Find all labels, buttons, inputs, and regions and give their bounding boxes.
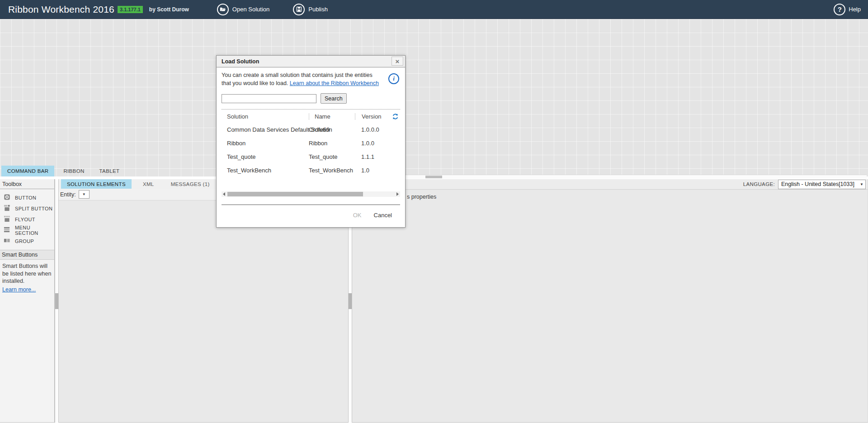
ok-button[interactable]: OK <box>353 212 362 219</box>
dialog-body: You can create a small solution that con… <box>217 67 405 225</box>
learn-about-ribbon-workbench-link[interactable]: Learn about the Ribbon Workbench <box>290 80 379 86</box>
publish-label: Publish <box>308 6 328 13</box>
canvas-horizontal-scrollbar-thumb[interactable] <box>425 176 442 178</box>
dotted-divider <box>222 109 400 110</box>
table-row[interactable]: Ribbon Ribbon 1.0.0 <box>222 136 400 150</box>
language-label: LANGUAGE: <box>743 181 775 187</box>
dialog-intro: You can create a small solution that con… <box>222 71 383 87</box>
search-button[interactable]: Search <box>321 93 347 104</box>
search-input[interactable] <box>222 94 316 103</box>
left-vertical-scrollbar-thumb[interactable] <box>55 293 58 309</box>
table-row[interactable]: Test_quote Test_quote 1.1.1 <box>222 150 400 163</box>
flyout-icon <box>4 215 10 224</box>
group-icon <box>4 237 10 246</box>
tab-ribbon[interactable]: RIBBON <box>57 166 90 176</box>
toolbox-panel: Toolbox BUTTON SPLIT BUTTON FLYOUT MENU … <box>0 179 55 423</box>
language-value: English - United States[1033] <box>781 181 854 187</box>
toolbox-item-group[interactable]: GROUP <box>0 236 54 247</box>
dialog-horizontal-scrollbar[interactable] <box>222 191 400 197</box>
scroll-right-arrow-icon[interactable] <box>396 192 399 196</box>
app-title: Ribbon Workbench 2016 <box>8 4 114 15</box>
smart-buttons-header: Smart Buttons <box>0 250 54 260</box>
search-row: Search <box>222 93 400 104</box>
language-select[interactable]: English - United States[1033] ▼ <box>778 180 866 189</box>
app-root: Ribbon Workbench 2016 3.1.177.1 by Scott… <box>0 0 868 424</box>
learn-more-link[interactable]: Learn more... <box>2 286 36 293</box>
view-tab-strip: COMMAND BAR RIBBON TABLET <box>1 166 125 176</box>
tab-tablet[interactable]: TABLET <box>94 166 126 176</box>
canvas-horizontal-scrollbar[interactable] <box>352 175 867 179</box>
entity-dropdown[interactable]: ▼ <box>79 190 90 199</box>
toolbox-item-list: BUTTON SPLIT BUTTON FLYOUT MENU SECTION … <box>0 189 54 247</box>
toolbox-item-button[interactable]: BUTTON <box>0 192 54 203</box>
open-folder-icon <box>217 4 229 15</box>
help-button[interactable]: ? Help <box>834 4 861 15</box>
cancel-button[interactable]: Cancel <box>374 212 392 219</box>
version-badge: 3.1.177.1 <box>118 6 143 13</box>
author-byline: by Scott Durow <box>149 6 189 13</box>
close-icon[interactable]: × <box>392 57 403 66</box>
column-header-name[interactable]: Name <box>309 113 355 120</box>
menu-section-icon <box>4 226 10 235</box>
main-region: Toolbox BUTTON SPLIT BUTTON FLYOUT MENU … <box>0 179 868 423</box>
tab-xml[interactable]: XML <box>137 179 160 189</box>
dialog-footer: OK Cancel <box>222 205 400 225</box>
tab-solution-elements[interactable]: SOLUTION ELEMENTS <box>61 179 132 189</box>
button-icon <box>4 194 10 202</box>
scroll-left-arrow-icon[interactable] <box>223 192 225 196</box>
tab-command-bar[interactable]: COMMAND BAR <box>1 166 54 176</box>
toolbox-item-menu-section[interactable]: MENU SECTION <box>0 225 54 236</box>
save-disk-icon <box>293 4 305 15</box>
dialog-title-bar: Load Solution × <box>217 56 405 67</box>
publish-button[interactable]: Publish <box>293 4 328 15</box>
center-vertical-scrollbar-thumb[interactable] <box>349 293 352 309</box>
toolbox-header: Toolbox <box>0 179 54 189</box>
toolbox-item-flyout[interactable]: FLYOUT <box>0 214 54 225</box>
dialog-horizontal-scrollbar-thumb[interactable] <box>227 192 363 196</box>
split-button-icon <box>4 205 10 213</box>
properties-panel: LANGUAGE: English - United States[1033] … <box>352 179 868 423</box>
table-row[interactable]: Common Data Services Default Solution Cr… <box>222 123 400 136</box>
refresh-icon[interactable] <box>392 113 399 120</box>
design-canvas <box>0 19 868 176</box>
help-label: Help <box>849 6 861 13</box>
info-icon: i <box>388 73 399 84</box>
column-header-version[interactable]: Version <box>355 113 387 120</box>
open-solution-label: Open Solution <box>232 6 269 13</box>
language-row: LANGUAGE: English - United States[1033] … <box>352 179 868 190</box>
load-solution-dialog: Load Solution × You can create a small s… <box>216 55 406 228</box>
column-header-solution[interactable]: Solution <box>222 113 309 120</box>
properties-placeholder-text: s properties <box>407 194 868 200</box>
smart-buttons-description: Smart Buttons will be listed here when i… <box>0 260 54 285</box>
question-mark-icon: ? <box>834 4 845 15</box>
solution-grid-rows: Common Data Services Default Solution Cr… <box>222 123 400 177</box>
left-vertical-scrollbar[interactable] <box>55 179 59 423</box>
dialog-title: Load Solution <box>222 58 259 65</box>
top-bar: Ribbon Workbench 2016 3.1.177.1 by Scott… <box>0 0 868 19</box>
tab-messages[interactable]: MESSAGES (1) <box>165 179 215 189</box>
solution-grid-header: Solution Name Version <box>222 110 400 123</box>
entity-label: Entity: <box>60 191 76 198</box>
table-row[interactable]: Test_WorkBench Test_WorkBench 1.0 <box>222 163 400 177</box>
toolbox-item-split-button[interactable]: SPLIT BUTTON <box>0 203 54 214</box>
chevron-down-icon: ▼ <box>860 182 863 186</box>
open-solution-button[interactable]: Open Solution <box>217 4 269 15</box>
